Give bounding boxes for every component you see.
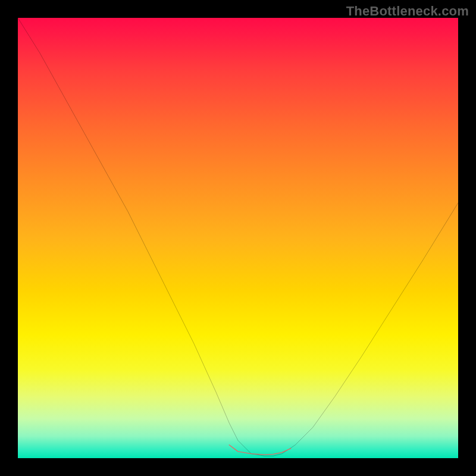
highlight-segment — [229, 445, 291, 455]
main-curve — [18, 18, 458, 456]
watermark-text: TheBottleneck.com — [346, 4, 469, 19]
chart-svg — [18, 18, 458, 458]
chart-frame: TheBottleneck.com — [0, 0, 476, 476]
plot-area — [18, 18, 458, 458]
